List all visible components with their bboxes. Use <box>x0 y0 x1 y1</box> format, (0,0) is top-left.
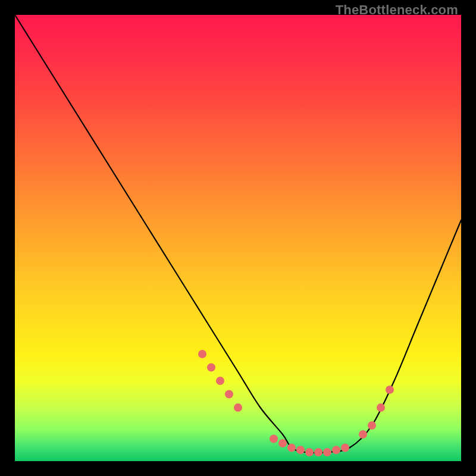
highlight-dot <box>323 448 331 456</box>
highlight-dot <box>207 364 215 372</box>
highlight-dot <box>341 444 349 452</box>
highlight-dot <box>332 446 340 454</box>
highlight-dot <box>287 444 296 452</box>
bottleneck-curve <box>15 15 461 453</box>
gradient-plot-area <box>15 15 461 461</box>
highlight-dot <box>305 448 314 456</box>
highlight-dot <box>314 448 322 456</box>
chart-stage: TheBottleneck.com <box>0 0 476 476</box>
highlight-dot <box>270 435 278 443</box>
highlight-dot <box>386 386 394 394</box>
highlight-dot <box>216 377 224 385</box>
highlight-dot <box>296 446 305 454</box>
highlight-dot <box>377 403 385 412</box>
highlight-dot <box>198 350 206 358</box>
highlight-dot <box>359 430 367 439</box>
highlight-dot <box>278 439 287 447</box>
highlight-dots <box>198 350 394 456</box>
highlight-dot <box>368 421 376 430</box>
curve-layer <box>15 15 461 461</box>
highlight-dot <box>225 390 233 399</box>
highlight-dot <box>234 403 242 412</box>
